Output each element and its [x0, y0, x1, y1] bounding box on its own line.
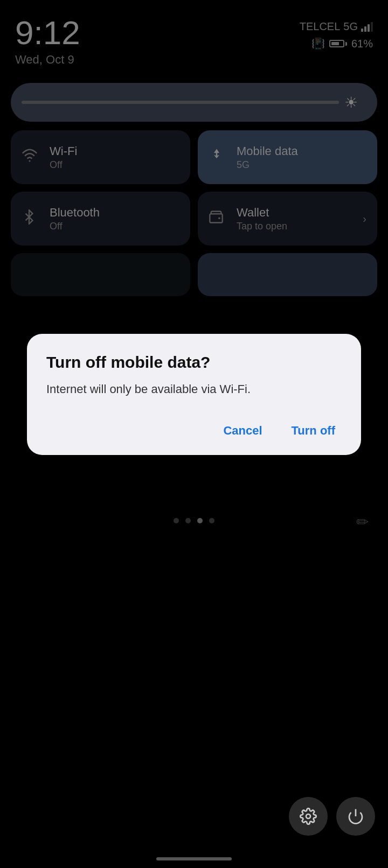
home-indicator [156, 857, 232, 860]
power-button[interactable] [336, 797, 375, 836]
settings-button[interactable] [289, 797, 328, 836]
dialog-overlay: Turn off mobile data? Internet will only… [0, 0, 388, 868]
turn-off-button[interactable]: Turn off [285, 419, 342, 442]
dialog-title: Turn off mobile data? [46, 353, 342, 372]
turn-off-mobile-data-dialog: Turn off mobile data? Internet will only… [27, 334, 361, 455]
dialog-body: Internet will only be available via Wi-F… [46, 380, 342, 398]
bottom-buttons [289, 797, 375, 836]
svg-point-3 [306, 814, 310, 818]
cancel-button[interactable]: Cancel [217, 419, 268, 442]
dialog-actions: Cancel Turn off [46, 419, 342, 442]
